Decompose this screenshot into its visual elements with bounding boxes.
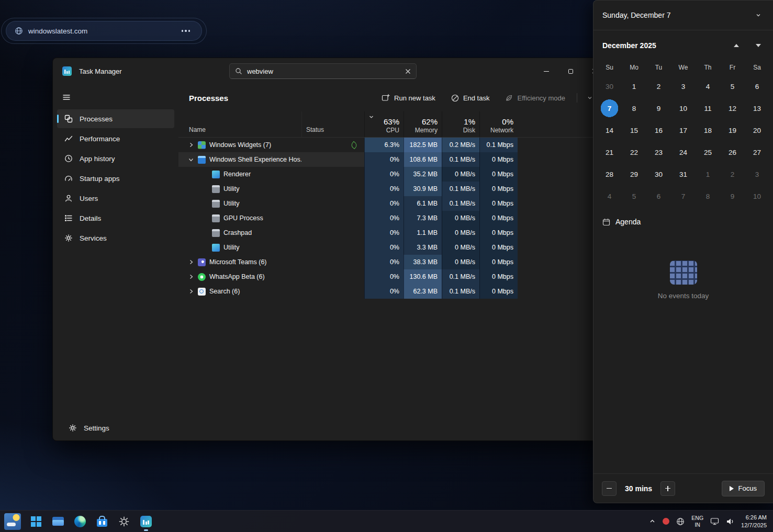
calendar-day[interactable]: 2 [720, 163, 745, 185]
process-row-crashpad[interactable]: Crashpad 0% 1.1 MB 0 MB/s 0 Mbps [178, 225, 607, 240]
calendar-day[interactable]: 2 [646, 75, 671, 97]
sidebar-item-settings[interactable]: Settings [61, 418, 170, 437]
notification-red-icon[interactable] [663, 518, 669, 525]
process-row-gpu-process[interactable]: GPU Process 0% 7.3 MB 0 MB/s 0 Mbps [178, 211, 607, 225]
titlebar[interactable]: Task Manager [53, 58, 607, 84]
file-explorer-button[interactable] [48, 511, 69, 532]
calendar-day[interactable]: 11 [696, 97, 720, 119]
chevron-right-icon[interactable] [188, 274, 194, 280]
chevron-down-icon[interactable] [188, 156, 194, 163]
calendar-day[interactable]: 1 [622, 75, 646, 97]
calendar-day[interactable]: 7 [671, 185, 696, 207]
microsoft-store-button[interactable] [92, 511, 113, 532]
speaker-icon[interactable] [726, 517, 734, 526]
sidebar-item-services[interactable]: Services [57, 229, 174, 247]
column-header-memory[interactable]: 62%Memory [404, 111, 442, 137]
chevron-right-icon[interactable] [188, 288, 194, 295]
calendar-day[interactable]: 5 [720, 75, 745, 97]
calendar-day[interactable]: 8 [696, 185, 720, 207]
sidebar-item-performance[interactable]: Performance [57, 129, 174, 148]
calendar-day[interactable]: 3 [671, 75, 696, 97]
column-header-network[interactable]: 0%Network [479, 111, 518, 137]
run-new-task-button[interactable]: Run new task [375, 89, 442, 106]
calendar-day[interactable]: 9 [720, 185, 745, 207]
calendar-day[interactable]: 28 [597, 163, 622, 185]
sidebar-item-startup-apps[interactable]: Startup apps [57, 169, 174, 188]
calendar-day[interactable]: 30 [646, 163, 671, 185]
calendar-day-selected[interactable]: 7 [597, 97, 622, 119]
calendar-day[interactable]: 6 [646, 185, 671, 207]
weather-widget-icon[interactable] [4, 513, 21, 530]
calendar-day[interactable]: 21 [597, 141, 622, 163]
calendar-day[interactable]: 13 [745, 97, 769, 119]
sidebar-item-processes[interactable]: Processes [57, 109, 174, 128]
minimize-button[interactable] [534, 58, 558, 84]
calendar-day[interactable]: 9 [646, 97, 671, 119]
calendar-day[interactable]: 24 [671, 141, 696, 163]
network-globe-icon[interactable] [676, 517, 685, 526]
calendar-day[interactable]: 20 [745, 119, 769, 141]
calendar-day[interactable]: 19 [720, 119, 745, 141]
column-header-status[interactable]: Status [301, 111, 364, 137]
calendar-day[interactable]: 16 [646, 119, 671, 141]
start-button[interactable] [26, 511, 47, 532]
chevron-right-icon[interactable] [188, 142, 194, 148]
column-header-name[interactable]: Name [178, 111, 301, 137]
calendar-day[interactable]: 8 [622, 97, 646, 119]
column-header-disk[interactable]: 1%Disk [442, 111, 479, 137]
calendar-day[interactable]: 22 [622, 141, 646, 163]
clear-search-icon[interactable] [405, 69, 411, 74]
process-row-renderer[interactable]: Renderer 0% 35.2 MB 0 MB/s 0 Mbps [178, 167, 607, 182]
decrease-duration-button[interactable] [602, 481, 617, 496]
calendar-day[interactable]: 18 [696, 119, 720, 141]
end-task-button[interactable]: End task [445, 89, 496, 106]
process-row-utility[interactable]: Utility 0% 6.1 MB 0.1 MB/s 0 Mbps [178, 196, 607, 211]
process-row-microsoft-teams[interactable]: Microsoft Teams (6) 0% 38.3 MB 0 MB/s 0 … [178, 255, 607, 269]
calendar-day[interactable]: 5 [622, 185, 646, 207]
calendar-day[interactable]: 6 [745, 75, 769, 97]
calendar-day[interactable]: 3 [745, 163, 769, 185]
calendar-day[interactable]: 10 [745, 185, 769, 207]
calendar-day[interactable]: 4 [597, 185, 622, 207]
search-input[interactable] [247, 67, 400, 75]
calendar-day[interactable]: 31 [671, 163, 696, 185]
calendar-day[interactable]: 15 [622, 119, 646, 141]
calendar-day[interactable]: 26 [720, 141, 745, 163]
maximize-button[interactable] [558, 58, 582, 84]
navigation-menu-button[interactable] [57, 88, 76, 107]
calendar-day[interactable]: 25 [696, 141, 720, 163]
process-row-utility[interactable]: Utility 0% 3.3 MB 0 MB/s 0 Mbps [178, 240, 607, 255]
process-row-search[interactable]: Search (6) 0% 62.3 MB 0.1 MB/s 0 Mbps [178, 284, 607, 299]
more-options-icon[interactable] [178, 27, 194, 35]
sidebar-item-users[interactable]: Users [57, 189, 174, 208]
focus-button[interactable]: Focus [722, 481, 765, 496]
settings-button[interactable] [114, 511, 135, 532]
language-indicator[interactable]: ENGIN [691, 515, 703, 527]
calendar-day[interactable]: 4 [696, 75, 720, 97]
taskbar-clock[interactable]: 6:26 AM12/7/2025 [741, 514, 769, 529]
search-box[interactable] [229, 63, 417, 79]
process-row-windows-widgets[interactable]: Windows Widgets (7) 6.3% 182.5 MB 0.2 MB… [178, 138, 607, 152]
agenda-section-header[interactable]: Agenda [593, 207, 773, 226]
process-row-utility[interactable]: Utility 0% 30.9 MB 0.1 MB/s 0 Mbps [178, 182, 607, 196]
show-hidden-icons-button[interactable] [649, 518, 656, 525]
calendar-day[interactable]: 29 [622, 163, 646, 185]
address-bar[interactable]: windowslatest.com [6, 21, 202, 41]
edge-browser-button[interactable] [70, 511, 91, 532]
sidebar-item-details[interactable]: Details [57, 209, 174, 228]
increase-duration-button[interactable] [660, 481, 675, 496]
calendar-day[interactable]: 14 [597, 119, 622, 141]
collapse-calendar-button[interactable] [750, 8, 767, 22]
next-month-button[interactable] [751, 39, 766, 52]
chevron-right-icon[interactable] [188, 259, 194, 265]
calendar-day[interactable]: 30 [597, 75, 622, 97]
process-row-windows-shell-experience-host[interactable]: Windows Shell Experience Hos... 0% 108.6… [178, 152, 607, 167]
efficiency-mode-button[interactable]: Efficiency mode [499, 89, 572, 106]
task-manager-taskbar-button[interactable] [136, 511, 156, 532]
calendar-day[interactable]: 12 [720, 97, 745, 119]
process-row-whatsapp-beta[interactable]: WhatsApp Beta (6) 0% 130.6 MB 0.1 MB/s 0… [178, 269, 607, 284]
previous-month-button[interactable] [729, 39, 744, 52]
calendar-day[interactable]: 10 [671, 97, 696, 119]
calendar-day[interactable]: 27 [745, 141, 769, 163]
calendar-day[interactable]: 17 [671, 119, 696, 141]
